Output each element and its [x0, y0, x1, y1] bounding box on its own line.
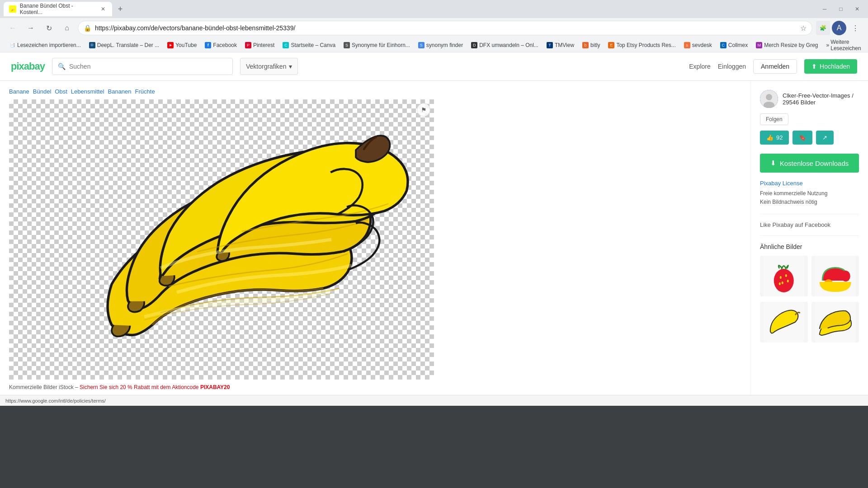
bookmark-tmview[interactable]: T TMView	[543, 41, 578, 49]
facebook-section: Like Pixabay auf Facebook	[760, 221, 859, 228]
tag-banane[interactable]: Banane	[9, 88, 29, 95]
forward-button[interactable]: →	[24, 21, 38, 35]
tag-lebensmittel[interactable]: Lebensmittel	[71, 88, 104, 95]
bookmark-dxf[interactable]: D DFX umwandeln – Onl...	[467, 41, 542, 49]
back-button[interactable]: ←	[5, 21, 20, 35]
maximize-button[interactable]: □	[834, 2, 848, 16]
bookmark-label-collmex: Collmex	[728, 42, 748, 48]
browser-toolbar: ← → ↻ ⌂ 🔒 https://pixabay.com/de/vectors…	[0, 18, 868, 38]
banana-illustration	[30, 113, 413, 366]
save-button[interactable]: 🔖	[793, 131, 812, 145]
address-bar[interactable]: 🔒 https://pixabay.com/de/vectors/banane-…	[78, 21, 812, 35]
share-button[interactable]: ↗	[816, 131, 834, 145]
similar-section: Ähnliche Bilder	[760, 243, 859, 343]
browser-tab-active[interactable]: 🍌 Banane Bündel Obst - Kostenl... ✕	[4, 2, 112, 16]
bookmark-label-pinterest: Pinterest	[253, 42, 274, 48]
status-bar: https://www.google.com/intl/de/policies/…	[0, 395, 868, 406]
tag-buendel[interactable]: Bündel	[33, 88, 51, 95]
bookmark-synonym-finder[interactable]: S synonym finder	[415, 41, 467, 49]
bookmark-label-youtube: YouTube	[175, 42, 197, 48]
promo-link[interactable]: Sichern Sie sich 20 % Rabatt mit dem Akt…	[80, 384, 230, 390]
tag-obst[interactable]: Obst	[55, 88, 67, 95]
bookmark-more-folder[interactable]: » Weitere Lesezeichen	[823, 38, 865, 52]
license-line1: Freie kommerzielle Nutzung	[760, 189, 859, 198]
like-button[interactable]: 👍 92	[760, 131, 789, 145]
sidebar: Clker-Free-Vector-Images / 29546 Bilder …	[750, 81, 868, 395]
bookmark-label-synonyme: Synonyme für Einhorn...	[352, 42, 410, 48]
search-input[interactable]	[69, 63, 227, 70]
bookmarks-bar: 📑 Lesezeichen importieren... D DeepL. Tr…	[0, 38, 868, 52]
bookmark-favicon-synonym-finder: S	[418, 42, 425, 48]
main-content: Banane Bündel Obst Lebensmittel Bananen …	[0, 81, 868, 395]
svg-point-11	[841, 271, 850, 282]
flag-button[interactable]: ⚑	[417, 103, 430, 117]
site-logo[interactable]: pixabay	[11, 61, 45, 72]
bookmark-label-facebook: Facebook	[213, 42, 237, 48]
action-buttons: 👍 92 🔖 ↗	[760, 131, 859, 145]
login-link[interactable]: Einloggen	[718, 63, 746, 70]
svg-point-8	[787, 280, 789, 282]
site-header: pixabay 🔍 Vektorgrafiken ▾ Explore Einlo…	[0, 52, 868, 81]
bookmark-facebook[interactable]: f Facebook	[201, 41, 241, 49]
download-button[interactable]: ⬇ Kostenlose Downloads	[760, 154, 859, 173]
close-window-button[interactable]: ✕	[850, 2, 864, 16]
search-bar[interactable]: 🔍	[52, 58, 233, 75]
similar-image-4[interactable]	[811, 302, 859, 343]
similar-image-3[interactable]	[760, 302, 808, 343]
bookmark-deepl[interactable]: D DeepL. Translate – Der ...	[85, 41, 163, 49]
bookmark-label-weitere: Weitere Lesezeichen	[830, 39, 861, 52]
similar-thumbnail-3	[760, 302, 808, 343]
bookmark-favicon-pinterest: P	[245, 42, 251, 48]
profile-button[interactable]: A	[832, 21, 846, 35]
tag-fruechte[interactable]: Früchte	[135, 88, 155, 95]
bookmark-label-bitly: bitly	[590, 42, 600, 48]
menu-button[interactable]: ⋮	[848, 21, 863, 35]
similar-image-2[interactable]	[811, 256, 859, 296]
bookmark-favicon-facebook: f	[205, 42, 211, 48]
upload-button[interactable]: ⬆ Hochladen	[804, 59, 857, 74]
bookmark-favicon-synonyme: S	[344, 42, 350, 48]
bookmark-label-tmview: TMView	[555, 42, 574, 48]
bookmark-label-sevdesk: sevdesk	[692, 42, 712, 48]
bookmark-merch-resize[interactable]: M Merch Resize by Greg	[752, 41, 821, 49]
extensions-button[interactable]: 🧩	[816, 21, 830, 35]
author-avatar	[760, 90, 778, 108]
bookmark-favicon-merch-resize: M	[756, 42, 762, 48]
bookmark-collmex[interactable]: C Collmex	[717, 41, 751, 49]
image-preview[interactable]	[9, 99, 434, 380]
bookmark-top-etsy[interactable]: E Top Etsy Products Res...	[604, 41, 679, 49]
similar-image-1[interactable]	[760, 256, 808, 296]
download-label: Kostenlose Downloads	[780, 160, 849, 167]
follow-button[interactable]: Folgen	[760, 113, 788, 125]
bookmark-label-deepl: DeepL. Translate – Der ...	[97, 42, 159, 48]
bookmark-synonyme[interactable]: S Synonyme für Einhorn...	[340, 41, 414, 49]
bookmark-bitly[interactable]: b bitly	[579, 41, 604, 49]
tab-close-button[interactable]: ✕	[99, 5, 107, 13]
reload-button[interactable]: ↻	[42, 21, 56, 35]
thumbs-up-icon: 👍	[766, 134, 774, 141]
new-tab-button[interactable]: +	[114, 3, 127, 15]
tag-bananen[interactable]: Bananen	[108, 88, 132, 95]
bookmark-lesezeichen[interactable]: 📑 Lesezeichen importieren...	[5, 41, 85, 49]
bookmark-canva[interactable]: C Startseite – Canva	[279, 41, 339, 49]
category-select[interactable]: Vektorgrafiken ▾	[240, 58, 298, 75]
bookmark-favicon-youtube: ▶	[167, 42, 174, 48]
bookmark-youtube[interactable]: ▶ YouTube	[164, 41, 200, 49]
bookmark-star-icon[interactable]: ☆	[800, 24, 807, 33]
explore-link[interactable]: Explore	[689, 63, 710, 70]
image-area: Banane Bündel Obst Lebensmittel Bananen …	[0, 81, 750, 395]
home-button[interactable]: ⌂	[60, 21, 74, 35]
bookmark-sevdesk[interactable]: s sevdesk	[680, 41, 716, 49]
bookmark-label-top-etsy: Top Etsy Products Res...	[616, 42, 675, 48]
license-section: Pixabay License Freie kommerzielle Nutzu…	[760, 180, 859, 206]
divider-2	[760, 235, 859, 236]
folder-icon: »	[826, 42, 830, 48]
bookmark-pinterest[interactable]: P Pinterest	[241, 41, 278, 49]
author-name[interactable]: Clker-Free-Vector-Images / 29546 Bilder	[783, 92, 859, 106]
lock-icon: 🔒	[84, 24, 91, 32]
license-link[interactable]: Pixabay License	[760, 180, 859, 187]
signup-button[interactable]: Anmelden	[753, 59, 797, 74]
svg-point-4	[774, 269, 794, 292]
minimize-button[interactable]: ─	[817, 2, 832, 16]
author-row: Clker-Free-Vector-Images / 29546 Bilder	[760, 90, 859, 108]
